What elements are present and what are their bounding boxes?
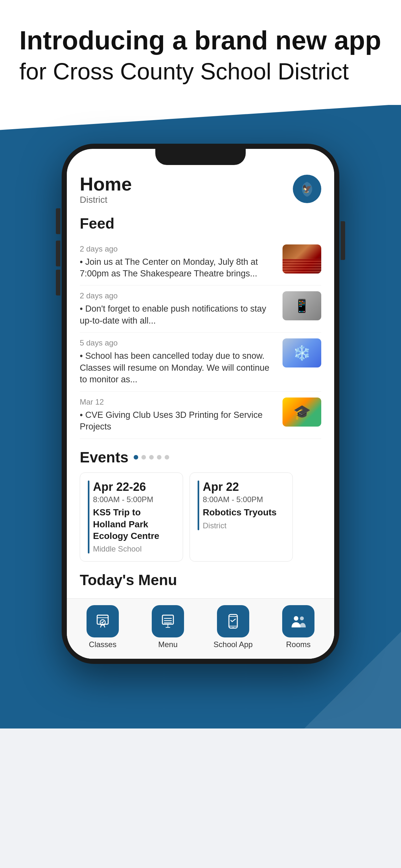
feed-text: 2 days ago • Don't forget to enable push… [80,291,276,327]
menu-section: Today's Menu [80,571,321,598]
nav-item-school-app[interactable]: School App [201,605,266,649]
event-card[interactable]: Apr 22 8:00AM - 5:00PM Robotics Tryouts … [189,472,293,562]
dot-inactive[interactable] [149,455,154,460]
feed-image-snow [282,338,321,368]
event-time: 8:00AM - 5:00PM [203,495,285,504]
screen-title: Home [80,175,132,193]
feed-item[interactable]: Mar 12 • CVE Giving Club Uses 3D Printin… [80,392,321,439]
event-accent-bar [88,480,89,554]
blue-bottom-section: Home District 🦅 [0,105,401,729]
feed-time: 2 days ago [80,291,276,300]
event-name: KS5 Trip to Holland Park Ecology Centre [93,507,175,542]
rooms-icon-box [282,605,314,638]
event-name: Robotics Tryouts [203,507,285,518]
phone-image [282,291,321,320]
headline: Introducing a brand new app [19,26,382,55]
nav-item-classes[interactable]: Classes [70,605,135,649]
event-card-inner: Apr 22 8:00AM - 5:00PM Robotics Tryouts … [197,480,285,530]
feed-description: • School has been cancelled today due to… [80,350,276,385]
feed-description: • CVE Giving Club Uses 3D Printing for S… [80,409,276,433]
screen-content: Home District 🦅 [67,165,334,599]
dot-active[interactable] [134,455,138,460]
phone-frame: Home District 🦅 [62,144,339,664]
event-location: District [203,521,285,530]
feed-text: 5 days ago • School has been cancelled t… [80,338,276,385]
event-location: Middle School [93,545,175,554]
school-app-icon-box [217,605,249,638]
feed-image-students [282,398,321,427]
diagonal-decoration [0,104,401,130]
feed-image-phone [282,291,321,320]
theatre-image [282,244,321,274]
bottom-nav: Classes [67,598,334,659]
dot-inactive[interactable] [157,455,161,460]
svg-point-15 [233,627,234,628]
event-card[interactable]: Apr 22-26 8:00AM - 5:00PM KS5 Trip to Ho… [80,472,183,562]
classes-icon [95,613,111,629]
svg-point-16 [294,616,298,621]
phone-wrapper: Home District 🦅 [23,131,378,664]
event-date: Apr 22-26 [93,480,175,493]
subheadline: for Cross County School District [19,58,382,85]
svg-rect-5 [100,624,105,625]
eagle-icon: 🦅 [297,179,317,198]
events-scroll: Apr 22-26 8:00AM - 5:00PM KS5 Trip to Ho… [80,472,321,562]
feed-time: 2 days ago [80,244,276,253]
title-group: Home District [80,175,132,205]
feed-text: Mar 12 • CVE Giving Club Uses 3D Printin… [80,398,276,433]
menu-icon-box [152,605,184,638]
feed-item[interactable]: 2 days ago • Join us at The Center on Mo… [80,239,321,286]
events-header: Events [80,448,321,466]
nav-item-rooms[interactable]: Rooms [266,605,331,649]
feed-section-title: Feed [80,215,321,232]
screen-header: Home District 🦅 [80,175,321,205]
feed-time: 5 days ago [80,338,276,347]
feed-description: • Don't forget to enable push notificati… [80,303,276,327]
event-card-inner: Apr 22-26 8:00AM - 5:00PM KS5 Trip to Ho… [88,480,175,554]
feed-image-theatre [282,244,321,274]
feed-time: Mar 12 [80,398,276,407]
feed-item[interactable]: 2 days ago • Don't forget to enable push… [80,285,321,333]
svg-text:🦅: 🦅 [302,184,312,193]
rooms-icon [290,613,306,629]
dot-inactive[interactable] [142,455,146,460]
school-app-icon [225,613,241,629]
feed-description: • Join us at The Center on Monday, July … [80,256,276,280]
event-date: Apr 22 [203,480,285,493]
dot-inactive[interactable] [165,455,169,460]
district-logo[interactable]: 🦅 [293,175,321,203]
classes-label: Classes [89,640,116,649]
phone-notch [155,149,246,165]
screen-subtitle: District [80,195,132,205]
menu-label: Menu [158,640,178,649]
snow-image [282,338,321,368]
dot-indicators [134,455,169,460]
menu-icon [160,613,176,629]
feed-item[interactable]: 5 days ago • School has been cancelled t… [80,333,321,392]
classes-icon-box [87,605,119,638]
menu-section-title: Today's Menu [80,571,321,589]
rooms-label: Rooms [286,640,311,649]
students-image [282,398,321,427]
svg-point-17 [300,616,304,620]
event-time: 8:00AM - 5:00PM [93,495,175,504]
phone-screen: Home District 🦅 [67,149,334,659]
school-app-label: School App [213,640,252,649]
nav-item-menu[interactable]: Menu [135,605,201,649]
event-accent-bar [197,480,199,530]
feed-text: 2 days ago • Join us at The Center on Mo… [80,244,276,280]
events-section-title: Events [80,448,128,466]
top-section: Introducing a brand new app for Cross Co… [0,0,401,105]
